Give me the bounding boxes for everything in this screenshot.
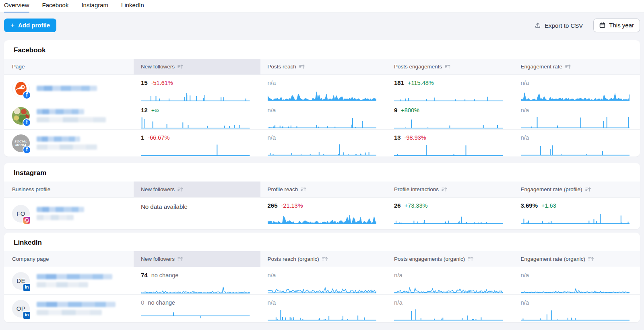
table-row[interactable]: FO No data available 265-21.13% 26+73.33… (4, 197, 640, 229)
sparkline-chart (521, 88, 630, 102)
linkedin-badge-icon: in (23, 283, 31, 292)
facebook-section-title: Facebook (4, 40, 640, 59)
linkedin-table-header: Company page New followers Posts reach (… (4, 251, 640, 267)
export-upload-icon (535, 22, 541, 29)
column-header-profile-interactions[interactable]: Profile interactions (387, 182, 514, 197)
profile-reach-cell: 265-21.13% (260, 198, 387, 229)
table-row[interactable]: SOCIAL MEDIA f 1-66.67% n/a 13-98.93% n/… (4, 129, 640, 157)
column-header-business-profile[interactable]: Business profile (4, 182, 134, 197)
column-header-posts-engagements-organic[interactable]: Posts engagements (organic) (387, 251, 514, 267)
export-to-csv-button[interactable]: Export to CSV (535, 22, 583, 29)
instagram-badge-icon (23, 216, 31, 225)
new-followers-cell: 74no change (134, 267, 260, 294)
new-followers-cell: 1-66.67% (134, 130, 260, 157)
redacted-text (37, 215, 74, 220)
export-label: Export to CSV (545, 22, 583, 29)
column-header-company-page[interactable]: Company page (4, 251, 134, 267)
sparkline-chart (394, 280, 503, 294)
sparkline-chart (394, 211, 503, 225)
column-header-posts-reach[interactable]: Posts reach (260, 59, 387, 74)
column-header-new-followers[interactable]: New followers (134, 251, 260, 267)
column-header-posts-engagements[interactable]: Posts engagements (387, 59, 514, 74)
sort-icon (565, 64, 571, 69)
redacted-text (37, 207, 84, 212)
sort-icon (468, 256, 474, 262)
column-header-new-followers[interactable]: New followers (134, 59, 260, 74)
sort-icon (178, 64, 184, 69)
sparkline-chart (141, 143, 250, 157)
new-followers-cell: 0no change (134, 295, 260, 322)
calendar-icon (599, 22, 605, 28)
profile-cell: DE in (4, 267, 134, 294)
facebook-badge-icon: f (23, 91, 31, 99)
add-profile-button[interactable]: + Add profile (4, 19, 56, 32)
column-header-profile-reach[interactable]: Profile reach (260, 182, 387, 197)
linkedin-section: LinkedIn Company page New followers Post… (4, 233, 640, 322)
sort-icon (178, 187, 184, 192)
sparkline-chart (141, 281, 250, 295)
sparkline-chart (141, 89, 250, 102)
column-header-engagement-rate-profile[interactable]: Engagement rate (profile) (514, 182, 640, 197)
profile-name-redacted (37, 109, 106, 122)
avatar: SOCIAL MEDIA f (12, 134, 30, 152)
tab-linkedin[interactable]: LinkedIn (121, 0, 144, 12)
sort-icon (178, 256, 184, 262)
sort-icon (442, 187, 448, 192)
sparkline-chart (268, 143, 377, 157)
sort-icon (585, 187, 591, 192)
avatar: FO (12, 205, 30, 223)
tab-facebook[interactable]: Facebook (42, 0, 69, 12)
linkedin-badge-icon: in (23, 311, 31, 320)
sparkline-chart (394, 89, 503, 102)
redacted-text (37, 109, 84, 114)
profile-name-redacted (37, 207, 84, 220)
table-row[interactable]: OP in 0no change n/a n/a n/a (4, 294, 640, 322)
posts-engagements-organic-cell: n/a (387, 295, 514, 322)
posts-reach-organic-cell: n/a (260, 295, 387, 322)
engagement-rate-profile-cell: 3.69%+1.63 (514, 198, 640, 229)
column-header-new-followers[interactable]: New followers (134, 182, 260, 197)
redacted-text (37, 282, 88, 287)
profile-name-redacted (37, 136, 97, 150)
sparkline-chart (394, 116, 503, 130)
sparkline-chart (268, 116, 377, 129)
column-header-page[interactable]: Page (4, 59, 134, 74)
facebook-badge-icon: f (23, 118, 31, 127)
tab-overview[interactable]: Overview (4, 0, 29, 12)
instagram-section: Instagram Business profile New followers… (4, 163, 640, 229)
table-row[interactable]: f 15-51.61% n/a 181+115.48% n/a (4, 74, 640, 102)
sort-icon (322, 256, 328, 262)
new-followers-cell: No data available (134, 198, 260, 229)
profile-name-redacted (37, 274, 112, 287)
date-range-button[interactable]: This year (593, 19, 640, 32)
profile-cell: OP in (4, 295, 134, 322)
avatar: f (12, 80, 30, 97)
column-header-engagement-rate[interactable]: Engagement rate (514, 59, 640, 74)
plus-icon: + (10, 23, 14, 28)
posts-reach-cell: n/a (260, 102, 387, 129)
engagement-rate-organic-cell: n/a (514, 295, 640, 322)
date-range-label: This year (609, 22, 634, 29)
redacted-text (37, 144, 97, 150)
column-header-engagement-rate-organic[interactable]: Engagement rate (organic) (514, 251, 640, 267)
sort-icon (299, 64, 305, 69)
new-followers-cell: 15-51.61% (134, 75, 260, 102)
posts-engagements-cell: 181+115.48% (387, 75, 514, 102)
sparkline-chart (521, 143, 630, 157)
sparkline-chart (268, 308, 377, 322)
table-row[interactable]: f 12+∞ n/a 9+800% n/a (4, 102, 640, 129)
profile-name-redacted (37, 86, 97, 91)
sparkline-chart (521, 308, 630, 322)
column-header-posts-reach-organic[interactable]: Posts reach (organic) (260, 251, 387, 267)
sparkline-chart (268, 280, 377, 294)
profile-interactions-cell: 26+73.33% (387, 198, 514, 229)
avatar: f (12, 107, 30, 125)
sparkline-chart (141, 116, 250, 130)
facebook-badge-icon: f (23, 146, 31, 154)
sparkline-chart (521, 280, 630, 294)
table-row[interactable]: DE in 74no change n/a n/a n/a (4, 267, 640, 294)
tab-instagram[interactable]: Instagram (81, 0, 108, 12)
posts-reach-organic-cell: n/a (260, 267, 387, 294)
add-profile-label: Add profile (18, 22, 50, 29)
posts-reach-cell: n/a (260, 75, 387, 102)
